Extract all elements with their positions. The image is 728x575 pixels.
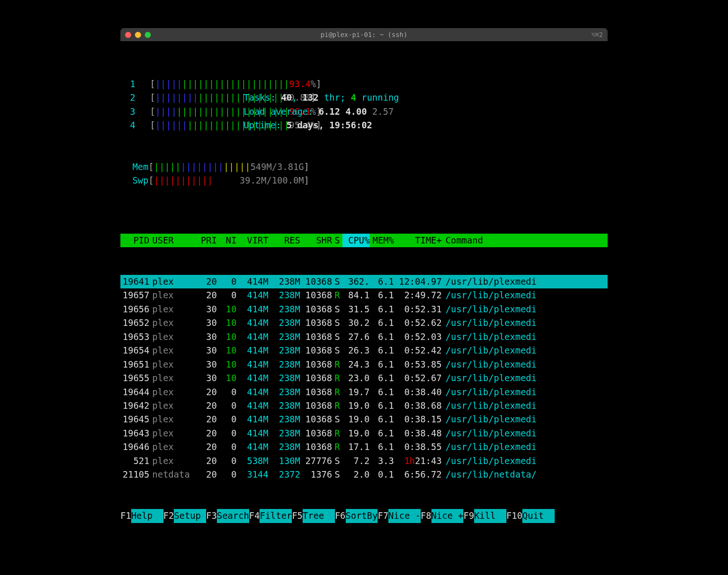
process-row[interactable]: 19651plex3010414M238M10368R24.36.10:53.8… (120, 358, 608, 371)
cpu: 19.0 (342, 399, 370, 413)
fkey-label[interactable]: Nice - (388, 509, 421, 523)
user: plex (149, 413, 193, 426)
col-mem[interactable]: MEM% (370, 234, 394, 247)
res: 238M (268, 399, 300, 413)
shr: 10368 (300, 302, 332, 316)
pid: 19651 (120, 358, 149, 371)
fkey: F2 (163, 509, 174, 523)
virt: 414M (237, 330, 268, 344)
virt: 414M (237, 440, 268, 454)
process-row[interactable]: 19653plex3010414M238M10368S27.66.10:52.0… (120, 330, 608, 344)
user: plex (149, 358, 193, 371)
pid: 19652 (120, 316, 149, 330)
user: plex (149, 288, 193, 302)
process-row[interactable]: 19656plex3010414M238M10368S31.56.10:52.3… (120, 302, 608, 316)
process-row[interactable]: 19652plex3010414M238M10368S30.26.10:52.6… (120, 316, 608, 330)
ni: 10 (217, 302, 237, 316)
mem: 6.1 (370, 427, 394, 440)
col-pri[interactable]: PRI (193, 234, 217, 247)
pid: 19657 (120, 288, 149, 302)
pri: 20 (193, 288, 217, 302)
fkey-label[interactable]: Filter (260, 509, 292, 523)
cmd: /usr/lib/plexmedi (442, 440, 608, 454)
virt: 414M (237, 358, 268, 371)
process-row[interactable]: 19657plex200414M238M10368R84.16.12:49.72… (120, 288, 608, 302)
ni: 0 (217, 399, 237, 413)
fkey: F1 (120, 509, 131, 523)
col-cmd[interactable]: Command (442, 234, 608, 247)
pid: 19642 (120, 399, 149, 413)
process-row[interactable]: 19655plex3010414M238M10368R23.06.10:52.6… (120, 371, 608, 385)
pri: 20 (193, 413, 217, 426)
process-row[interactable]: 19646plex200414M238M10368R17.16.10:38.55… (120, 440, 608, 454)
col-user[interactable]: USER (149, 234, 193, 247)
ni: 0 (217, 454, 237, 468)
user: plex (149, 385, 193, 399)
col-pid[interactable]: PID (120, 234, 149, 247)
process-row[interactable]: 19644plex200414M238M10368R19.76.10:38.40… (120, 385, 608, 399)
fkey-label[interactable]: Nice + (431, 509, 464, 523)
col-s[interactable]: S (332, 234, 342, 247)
pid: 19645 (120, 413, 149, 426)
mem: 6.1 (370, 288, 394, 302)
res: 238M (268, 316, 300, 330)
state: S (332, 275, 342, 288)
mem: 6.1 (370, 399, 394, 413)
state: R (332, 371, 342, 385)
shr: 10368 (300, 385, 332, 399)
fkey-label[interactable]: Setup (174, 509, 206, 523)
titlebar[interactable]: pi@plex-pi-01: ~ (ssh) ⌥⌘2 (120, 28, 608, 41)
fkey-label[interactable]: SortBy (346, 509, 378, 523)
cmd: /usr/lib/plexmedi (442, 454, 608, 468)
col-ni[interactable]: NI (217, 234, 237, 247)
cpu: 30.2 (342, 316, 370, 330)
fkey-label[interactable]: Kill (474, 509, 506, 523)
res: 238M (268, 358, 300, 371)
cpu-label: 1 (120, 77, 139, 91)
tasks-running: 4 (351, 92, 356, 103)
maximize-icon[interactable] (145, 32, 151, 38)
col-time[interactable]: TIME+ (394, 234, 442, 247)
shr: 10368 (300, 358, 332, 371)
user: plex (149, 440, 193, 454)
process-row[interactable]: 19643plex200414M238M10368R19.06.10:38.48… (120, 427, 608, 440)
tasks-threads: 132 (303, 92, 319, 103)
close-icon[interactable] (125, 32, 131, 38)
process-row[interactable]: 19654plex3010414M238M10368S26.36.10:52.4… (120, 344, 608, 357)
pid: 521 (120, 454, 149, 468)
fkey-label[interactable]: Help (131, 509, 163, 523)
load-5: 4.00 (345, 106, 367, 117)
col-shr[interactable]: SHR (300, 234, 332, 247)
process-row[interactable]: 19642plex200414M238M10368R19.06.10:38.68… (120, 399, 608, 413)
res: 238M (268, 427, 300, 440)
cpu: 27.6 (342, 330, 370, 344)
process-row[interactable]: 19645plex200414M238M10368S19.06.10:38.15… (120, 413, 608, 426)
pid: 19643 (120, 427, 149, 440)
state: R (332, 358, 342, 371)
process-list[interactable]: 19641plex200414M238M10368S362.6.112:04.9… (120, 275, 608, 482)
time: 6:56.72 (394, 468, 442, 481)
mem: 0.1 (370, 468, 394, 481)
minimize-icon[interactable] (135, 32, 141, 38)
fkey-label[interactable]: Tree (303, 509, 335, 523)
res: 238M (268, 288, 300, 302)
col-res[interactable]: RES (268, 234, 300, 247)
cmd: /usr/lib/plexmedi (442, 302, 608, 316)
fkey-label[interactable]: Search (217, 509, 249, 523)
process-row[interactable]: 21105netdata200314423721376S2.00.16:56.7… (120, 468, 608, 481)
res: 2372 (268, 468, 300, 481)
pid: 19656 (120, 302, 149, 316)
col-cpu[interactable]: CPU% (342, 234, 370, 247)
shr: 10368 (300, 440, 332, 454)
col-virt[interactable]: VIRT (237, 234, 268, 247)
time: 0:38.48 (394, 427, 442, 440)
time: 0:53.85 (394, 358, 442, 371)
window-shortcut: ⌥⌘2 (591, 31, 603, 38)
process-header[interactable]: PIDUSERPRINIVIRTRESSHRSCPU%MEM%TIME+Comm… (120, 234, 608, 247)
process-row[interactable]: 19641plex200414M238M10368S362.6.112:04.9… (120, 275, 608, 288)
shr: 1376 (300, 468, 332, 481)
fkey-label[interactable]: Quit (522, 509, 555, 523)
terminal-content[interactable]: 1 [|||||||||||||||||||||||||93.4%]2 [|||… (120, 41, 608, 551)
res: 238M (268, 385, 300, 399)
process-row[interactable]: 521plex200538M130M27776S7.23.31h21:43/us… (120, 454, 608, 468)
